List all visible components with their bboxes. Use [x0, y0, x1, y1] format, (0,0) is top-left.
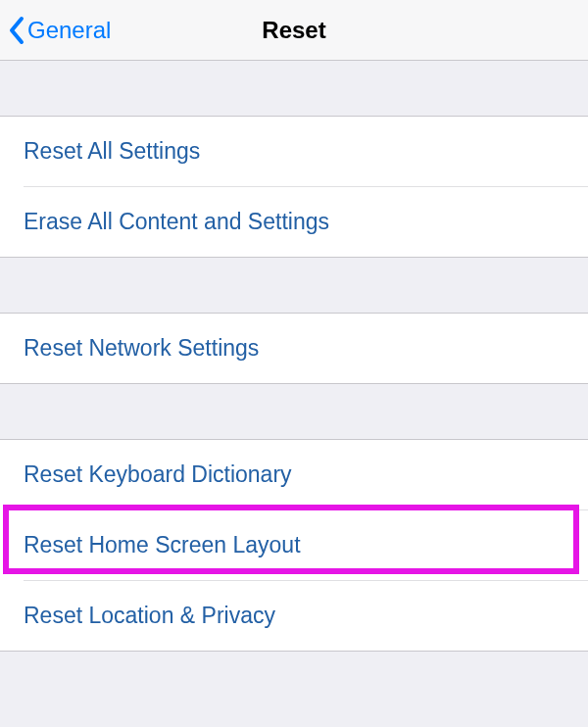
back-button[interactable]: General [0, 16, 111, 45]
spacer [0, 61, 588, 116]
reset-location-privacy-row[interactable]: Reset Location & Privacy [0, 581, 588, 651]
group-1: Reset All Settings Erase All Content and… [0, 116, 588, 258]
erase-all-content-row[interactable]: Erase All Content and Settings [0, 187, 588, 257]
nav-bar: General Reset [0, 0, 588, 61]
reset-home-screen-layout-row[interactable]: Reset Home Screen Layout [0, 510, 588, 580]
page-title: Reset [262, 17, 325, 44]
spacer [0, 384, 588, 439]
reset-keyboard-dictionary-row[interactable]: Reset Keyboard Dictionary [0, 440, 588, 509]
chevron-left-icon [8, 16, 25, 45]
group-2: Reset Network Settings [0, 313, 588, 384]
reset-network-settings-row[interactable]: Reset Network Settings [0, 314, 588, 383]
spacer [0, 258, 588, 313]
reset-all-settings-row[interactable]: Reset All Settings [0, 117, 588, 186]
group-3: Reset Keyboard Dictionary Reset Home Scr… [0, 439, 588, 652]
back-label: General [27, 17, 111, 44]
